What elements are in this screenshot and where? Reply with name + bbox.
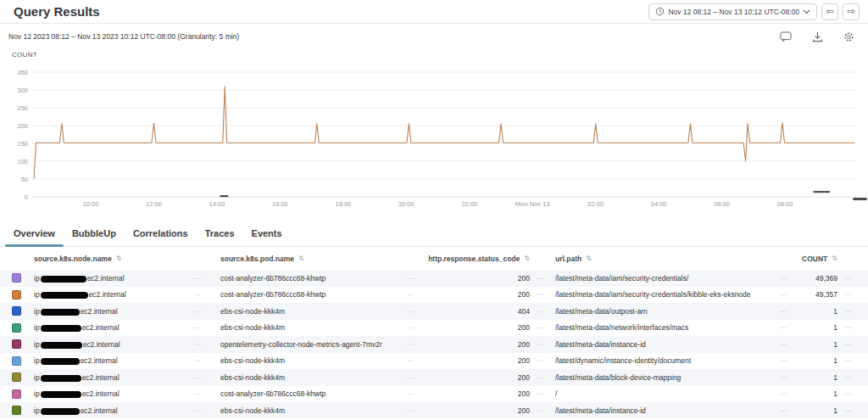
count-cell: 1 [746,303,837,320]
row-menu-icon[interactable]: ⋯ [537,287,545,304]
row-menu-icon[interactable]: ⋯ [407,386,415,403]
tab-overview[interactable]: Overview [5,223,64,246]
url-path-cell: /latest/dynamic/instance-identity/docume… [555,353,691,370]
row-menu-icon[interactable]: ⋯ [537,402,545,419]
pod-name-cell: ebs-csi-node-kkk4m [220,320,285,337]
table-row[interactable]: ipec2.internal⋯ebs-csi-node-kkk4m⋯200⋯/l… [0,369,868,386]
redaction-bar [41,391,81,398]
node-name-prefix: ip [34,389,40,398]
table-row[interactable]: ipec2.internal⋯ebs-csi-node-kkk4m⋯200⋯/l… [0,320,868,337]
time-range-subtitle: Nov 12 2023 08:12 – Nov 13 2023 10:12 UT… [8,32,239,41]
table-row[interactable]: ipec2.internal⋯opentelemetry-collector-n… [0,336,868,353]
row-menu-icon[interactable]: ⋯ [407,287,415,304]
row-menu-icon[interactable]: ⋯ [537,353,545,370]
settings-button[interactable] [843,31,854,42]
sort-icon[interactable]: ⇅ [116,255,122,262]
svg-text:04:00: 04:00 [651,200,667,208]
svg-text:100: 100 [17,158,28,165]
count-cell: 1 [746,386,837,403]
node-name-prefix: ip [34,356,40,365]
row-menu-icon[interactable]: ⋯ [193,303,202,320]
row-menu-icon[interactable]: ⋯ [844,402,853,419]
series-swatch [12,290,21,300]
row-menu-icon[interactable]: ⋯ [193,402,202,419]
time-range-picker[interactable]: Nov 12 08:12 – Nov 13 10:12 UTC-08:00 [648,3,817,20]
chart-area: COUNT 05010015020025030035010:0012:0014:… [0,46,868,212]
row-menu-icon[interactable]: ⋯ [193,320,202,337]
mini-scrollbar[interactable] [853,198,867,200]
row-menu-icon[interactable]: ⋯ [193,287,202,304]
arrow-left-icon: ⇦ [826,6,833,17]
table-row[interactable]: ipec2.internal⋯ebs-csi-node-kkk4m⋯200⋯/l… [0,402,868,419]
table-row[interactable]: ipec2.internal⋯cost-analyzer-6b786ccc68-… [0,270,868,287]
column-header-status-code: http.response.status_code ⇅ [420,247,530,270]
row-menu-icon[interactable]: ⋯ [844,336,853,353]
row-menu-icon[interactable]: ⋯ [537,386,545,403]
node-name-suffix: ec2.internal [81,307,118,316]
table-row[interactable]: ipec2.internal⋯ebs-csi-node-kkk4m⋯200⋯/l… [0,353,868,370]
download-button[interactable] [812,31,823,42]
row-menu-icon[interactable]: ⋯ [844,353,853,370]
count-cell: 49,369 [746,270,837,287]
row-menu-icon[interactable]: ⋯ [537,336,545,353]
row-menu-icon[interactable]: ⋯ [407,402,415,419]
table-row[interactable]: ipec2.internal⋯cost-analyzer-6b786ccc68-… [0,287,868,304]
redaction-bar [41,408,80,415]
node-name-prefix: ip [34,307,40,316]
previous-time-window-button[interactable]: ⇦ [821,3,838,20]
sort-icon[interactable]: ⇅ [832,255,837,262]
row-menu-icon[interactable]: ⋯ [844,303,853,320]
row-menu-icon[interactable]: ⋯ [537,320,545,337]
redaction-bar [41,375,81,382]
tab-traces[interactable]: Traces [197,223,243,246]
url-path-cell: /latest/meta-data/iam/security-credentia… [555,287,751,304]
url-path-cell: /latest/meta-data/network/interfaces/mac… [555,320,688,337]
svg-text:16:00: 16:00 [272,200,288,208]
results-tabs: OverviewBubbleUpCorrelationsTracesEvents [0,212,868,247]
row-menu-icon[interactable]: ⋯ [193,353,202,370]
row-menu-icon[interactable]: ⋯ [537,303,545,320]
row-menu-icon[interactable]: ⋯ [844,287,853,304]
row-menu-icon[interactable]: ⋯ [407,369,415,386]
row-menu-icon[interactable]: ⋯ [844,369,853,386]
row-menu-icon[interactable]: ⋯ [193,369,202,386]
tab-bubbleup[interactable]: BubbleUp [64,223,125,246]
count-cell: 1 [746,336,837,353]
row-menu-icon[interactable]: ⋯ [193,270,202,287]
sort-icon[interactable]: ⇅ [298,255,304,262]
row-menu-icon[interactable]: ⋯ [407,353,415,370]
svg-text:300: 300 [17,87,28,94]
row-menu-icon[interactable]: ⋯ [193,336,202,353]
row-menu-icon[interactable]: ⋯ [844,270,853,287]
count-cell: 49,357 [746,287,837,304]
node-name-cell: ipec2.internal [34,336,120,353]
header-controls: Nov 12 08:12 – Nov 13 10:12 UTC-08:00 ⇦ … [648,3,860,20]
sort-icon[interactable]: ⇅ [524,255,530,262]
next-time-window-button[interactable]: ⇨ [843,3,860,20]
table-row[interactable]: ipec2.internal⋯ebs-csi-node-kkk4m⋯404⋯/l… [0,303,868,320]
table-body: ipec2.internal⋯cost-analyzer-6b786ccc68-… [0,270,868,419]
count-cell: 1 [746,402,837,419]
column-header-node-name: source.k8s.node.name ⇅ [34,247,121,270]
svg-text:18:00: 18:00 [335,200,351,208]
page-header: Query Results Nov 12 08:12 – Nov 13 10:1… [0,0,868,24]
comment-button[interactable] [780,31,792,42]
row-menu-icon[interactable]: ⋯ [844,320,853,337]
tab-correlations[interactable]: Correlations [125,223,197,246]
status-code-cell: 200 [462,386,530,403]
row-menu-icon[interactable]: ⋯ [407,270,415,287]
row-menu-icon[interactable]: ⋯ [537,270,545,287]
row-menu-icon[interactable]: ⋯ [407,320,415,337]
chevron-down-icon [803,9,810,14]
tab-events[interactable]: Events [243,223,291,246]
node-name-cell: ipec2.internal [34,353,118,370]
row-menu-icon[interactable]: ⋯ [844,386,853,403]
sort-icon[interactable]: ⇅ [586,255,592,262]
row-menu-icon[interactable]: ⋯ [193,386,202,403]
row-menu-icon[interactable]: ⋯ [407,336,415,353]
table-row[interactable]: ipec2.internal⋯cost-analyzer-6b786ccc68-… [0,386,868,403]
status-code-cell: 200 [462,336,530,353]
row-menu-icon[interactable]: ⋯ [537,369,545,386]
svg-text:22:00: 22:00 [461,200,477,208]
row-menu-icon[interactable]: ⋯ [407,303,415,320]
